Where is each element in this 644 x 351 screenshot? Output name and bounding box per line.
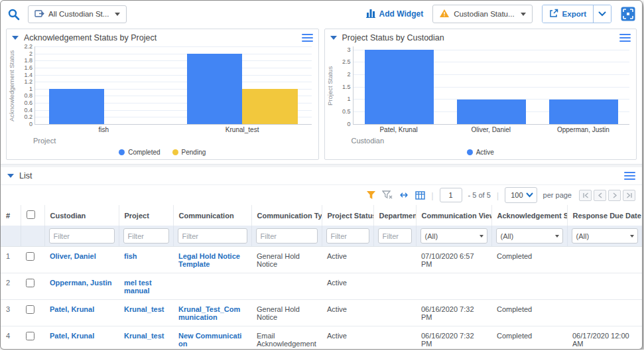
table-header: #CustodianProjectCommunicationCommunicat… bbox=[1, 205, 642, 247]
cell-department bbox=[373, 326, 416, 350]
filter-input-communication_type[interactable] bbox=[256, 228, 318, 244]
collapse-caret-icon[interactable] bbox=[7, 174, 14, 178]
link-project[interactable]: Krunal_test bbox=[124, 332, 164, 340]
bar-completed-fish[interactable] bbox=[49, 89, 104, 124]
row-checkbox[interactable] bbox=[26, 279, 34, 287]
legend-item-completed[interactable]: Completed bbox=[119, 149, 160, 156]
first-page-button[interactable] bbox=[579, 190, 592, 201]
table-header-row: #CustodianProjectCommunicationCommunicat… bbox=[1, 205, 642, 226]
legend-item-pending[interactable]: Pending bbox=[172, 149, 206, 156]
cell-communication_type: General Hold Notice bbox=[251, 300, 322, 326]
y-axis-title: Project Status bbox=[325, 46, 334, 125]
filter-cell-project_status bbox=[322, 226, 373, 247]
filter-input-project[interactable] bbox=[123, 228, 169, 244]
column-header-response_due_date: Response Due Date bbox=[567, 205, 642, 226]
view-dropdown[interactable]: All Custodian St... bbox=[28, 5, 127, 23]
legend-item-active[interactable]: Active bbox=[467, 149, 494, 156]
y-tick-label: 1.2 bbox=[24, 78, 32, 85]
clear-filter-icon[interactable] bbox=[382, 190, 393, 200]
panel-menu-icon[interactable] bbox=[302, 34, 313, 42]
dashboard-icon[interactable] bbox=[621, 7, 635, 21]
y-tick-label: 1.6 bbox=[24, 64, 32, 71]
filter-select-value: (All) bbox=[576, 232, 590, 240]
chevron-down-icon bbox=[480, 235, 483, 238]
panel-menu-icon[interactable] bbox=[619, 34, 631, 42]
bar-completed-Krunal_test[interactable] bbox=[187, 54, 242, 124]
export-button[interactable]: Export bbox=[543, 5, 593, 23]
cell-custodian: Patel, Krunal bbox=[44, 300, 119, 326]
table-row: 3Patel, KrunalKrunal_testKrunal_Test_Com… bbox=[1, 300, 642, 326]
filter-row: (All)(All)(All) bbox=[1, 226, 642, 247]
filter-cell-department bbox=[373, 226, 416, 247]
list-header: List bbox=[1, 167, 642, 185]
filter-select-acknowledgement_status[interactable]: (All) bbox=[496, 228, 563, 244]
next-page-button[interactable] bbox=[608, 190, 621, 201]
y-tick-label: 0.6 bbox=[24, 100, 32, 106]
x-tick-label: Krunal_test bbox=[225, 126, 259, 133]
link-communication[interactable]: Legal Hold Notice Template bbox=[178, 252, 240, 268]
cell-response_due_date bbox=[567, 300, 642, 326]
filter-input-department[interactable] bbox=[378, 228, 412, 244]
cell-communication_view bbox=[416, 273, 491, 300]
panel-menu-icon[interactable] bbox=[624, 172, 635, 180]
cell-response_due_date bbox=[567, 273, 642, 300]
export-options-button[interactable] bbox=[593, 5, 611, 23]
filter-select-response_due_date[interactable]: (All) bbox=[572, 228, 639, 244]
filter-icon[interactable] bbox=[366, 190, 376, 200]
link-communication[interactable]: Krunal_Test_Communication bbox=[178, 305, 240, 321]
prev-page-button[interactable] bbox=[594, 190, 606, 201]
per-page-label: per page bbox=[543, 191, 572, 199]
add-widget-button[interactable]: Add Widget bbox=[366, 9, 424, 20]
add-widget-label: Add Widget bbox=[379, 9, 424, 19]
chevron-down-icon bbox=[115, 13, 120, 16]
legend-dot bbox=[467, 149, 473, 155]
y-tick-label: 2 bbox=[347, 71, 350, 78]
row-checkbox[interactable] bbox=[26, 252, 34, 261]
link-custodian[interactable]: Patel, Krunal bbox=[50, 332, 94, 340]
table-row: 2Opperman, Justinmel test manualActive bbox=[1, 273, 642, 300]
last-page-button[interactable] bbox=[623, 190, 635, 201]
bar-active-Oliver, Daniel[interactable] bbox=[457, 100, 526, 124]
link-custodian[interactable]: Oliver, Daniel bbox=[50, 252, 96, 260]
link-custodian[interactable]: Patel, Krunal bbox=[50, 305, 94, 313]
y-tick-label: 3 bbox=[347, 46, 350, 53]
page-number-input[interactable] bbox=[440, 188, 462, 202]
cell-checkbox bbox=[21, 326, 44, 350]
search-icon[interactable] bbox=[7, 8, 20, 21]
link-project[interactable]: mel test manual bbox=[124, 279, 152, 295]
expand-columns-icon[interactable] bbox=[399, 192, 409, 198]
filter-cell-communication_type bbox=[251, 226, 322, 247]
grid-columns-icon[interactable] bbox=[415, 191, 425, 200]
cell-department bbox=[373, 273, 416, 300]
filter-input-communication[interactable] bbox=[178, 228, 247, 244]
chart-plot-area: 00.20.40.60.811.21.41.61.822.2 bbox=[34, 46, 312, 125]
chart-panel-project-status: Project Status by Custodian Project Stat… bbox=[324, 29, 637, 160]
cell-custodian: Patel, Krunal bbox=[44, 326, 119, 350]
column-header-communication_view: Communication View ... bbox=[416, 205, 491, 226]
link-project[interactable]: Krunal_test bbox=[124, 305, 164, 313]
select-all-checkbox[interactable] bbox=[27, 210, 35, 219]
filter-select-communication_view[interactable]: (All) bbox=[420, 228, 487, 244]
y-tick-label: 0.4 bbox=[24, 107, 32, 113]
bar-active-Patel, Krunal[interactable] bbox=[365, 50, 434, 125]
row-checkbox[interactable] bbox=[26, 305, 34, 314]
page-size-select[interactable]: 100 bbox=[505, 187, 537, 203]
filter-input-project_status[interactable] bbox=[326, 228, 369, 244]
collapse-caret-icon[interactable] bbox=[330, 36, 337, 40]
cell-communication: Krunal_Test_Communication bbox=[173, 300, 251, 326]
filter-input-custodian[interactable] bbox=[49, 228, 115, 244]
page-range-label: - 5 of 5 bbox=[468, 191, 491, 199]
column-header-custodian: Custodian bbox=[44, 205, 119, 226]
bar-active-Opperman, Justin[interactable] bbox=[549, 100, 618, 124]
row-checkbox[interactable] bbox=[26, 332, 34, 340]
legend-dot bbox=[119, 149, 125, 155]
x-tick-label: Oliver, Daniel bbox=[472, 126, 511, 133]
link-communication[interactable]: New Communication bbox=[178, 332, 241, 348]
link-project[interactable]: fish bbox=[124, 252, 137, 260]
bar-pending-Krunal_test[interactable] bbox=[242, 89, 297, 124]
custodian-status-dropdown[interactable]: Custodian Statu... bbox=[432, 5, 532, 23]
collapse-caret-icon[interactable] bbox=[12, 36, 19, 40]
y-tick-label: 1.4 bbox=[24, 72, 32, 78]
link-custodian[interactable]: Opperman, Justin bbox=[50, 279, 112, 287]
pagination bbox=[579, 190, 635, 201]
